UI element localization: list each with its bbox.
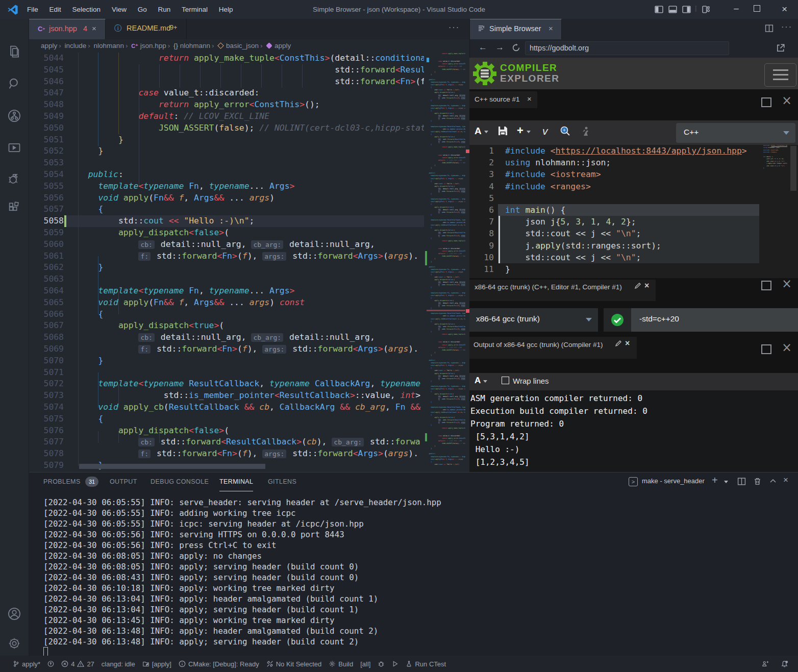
notifications-bell-icon[interactable] — [781, 660, 788, 668]
tab-gitlens[interactable]: GITLENS — [268, 472, 296, 491]
new-terminal-icon[interactable]: + — [712, 475, 718, 486]
close-icon[interactable]: × — [527, 94, 532, 103]
build-button[interactable]: Build — [325, 656, 357, 672]
tab-json-hpp[interactable]: C⁺ json.hpp 4 × — [29, 19, 106, 39]
close-icon[interactable]: × — [644, 281, 649, 290]
layout-panel-icon[interactable] — [668, 5, 677, 14]
forward-icon[interactable]: → — [495, 42, 504, 53]
tab-problems[interactable]: PROBLEMS — [43, 472, 81, 491]
ce-compiler-tab[interactable]: x86-64 gcc (trunk) (C++, Editor #1, Comp… — [469, 280, 656, 301]
terminal-process-label[interactable]: make - serve_header — [642, 477, 705, 485]
tab-readme-md[interactable]: ⓘ README.md 9+ — [106, 19, 187, 39]
code-editor[interactable]: 5044504550465047504850495050505150525053… — [29, 53, 469, 472]
tab-simple-browser[interactable]: Simple Browser × — [470, 19, 562, 39]
search-icon[interactable] — [7, 77, 21, 91]
git-branch-item[interactable]: apply* — [9, 656, 44, 672]
launch-icon[interactable] — [388, 656, 402, 672]
close-panel-icon[interactable]: × — [783, 475, 788, 485]
explorer-icon[interactable] — [7, 44, 21, 59]
breadcrumb-item[interactable]: nlohmann — [94, 42, 124, 49]
edit-icon[interactable] — [634, 282, 641, 289]
edit-icon[interactable] — [615, 340, 622, 347]
split-editor-icon[interactable] — [765, 24, 774, 33]
customize-layout-icon[interactable] — [702, 5, 710, 14]
ce-scrollbar[interactable] — [790, 146, 796, 191]
font-size-icon[interactable]: A — [475, 376, 481, 386]
ctest-button[interactable]: Run CTest — [402, 656, 450, 672]
ce-close-icon[interactable]: × — [782, 342, 792, 354]
more-actions-icon[interactable]: ··· — [781, 22, 792, 32]
breadcrumb-item[interactable]: nlohmann — [180, 42, 210, 49]
compiler-select[interactable]: x86-64 gcc (trunk) — [469, 308, 598, 332]
breadcrumb-item[interactable]: json.hpp — [140, 42, 166, 49]
minimize-button[interactable]: – — [725, 0, 748, 17]
layout-sidebar-right-icon[interactable] — [682, 5, 691, 14]
add-pane-icon[interactable]: + — [517, 124, 523, 137]
code-content[interactable]: return apply_make_tuple<ConstThis>(detai… — [78, 53, 424, 471]
search-compile-icon[interactable] — [559, 125, 571, 137]
sync-item[interactable] — [44, 656, 58, 672]
ce-maximize-icon[interactable] — [761, 97, 771, 109]
close-window-button[interactable]: × — [782, 0, 798, 18]
maximize-panel-icon[interactable] — [769, 477, 777, 485]
url-input[interactable]: https://godbolt.org — [525, 41, 729, 55]
ce-code-content[interactable]: #include <https://localhost:8443/apply/j… — [505, 145, 759, 275]
problems-item[interactable]: 4 27 — [58, 656, 98, 672]
breadcrumb-item[interactable]: basic_json — [226, 42, 259, 49]
breadcrumb-item[interactable]: include — [65, 42, 87, 49]
close-icon[interactable]: × — [625, 339, 630, 348]
tab-problem-badge: 9+ — [170, 24, 177, 31]
terminal-dropdown-icon[interactable] — [724, 481, 728, 483]
close-icon[interactable]: × — [92, 24, 96, 33]
class-icon — [217, 42, 224, 49]
save-icon[interactable] — [497, 126, 508, 136]
tab-output[interactable]: OUTPUT — [110, 472, 137, 491]
cmake-status-item[interactable]: CMake: [Debug]: Ready — [175, 656, 263, 672]
horizontal-scrollbar[interactable] — [79, 464, 265, 469]
cmake-folder-item[interactable]: [apply] — [139, 656, 175, 672]
ce-minimap[interactable]: #include <https://localhost:8443/apply/j… — [763, 145, 787, 278]
breadcrumb-item[interactable]: apply — [275, 42, 291, 49]
back-icon[interactable]: ← — [479, 42, 487, 53]
account-icon[interactable] — [7, 607, 21, 621]
compiler-explorer-page: COMPILER EXPLORER C++ source #1 × × A + … — [469, 58, 798, 472]
kill-terminal-icon[interactable] — [753, 477, 762, 486]
terminal-output[interactable]: [2022-04-30 06:05:55] INFO: serve_header… — [43, 497, 441, 647]
layout-sidebar-left-icon[interactable] — [655, 5, 663, 14]
ce-output-tab[interactable]: Output of x86-64 gcc (trunk) (Compiler #… — [469, 337, 637, 359]
tab-terminal[interactable]: TERMINAL — [219, 472, 253, 491]
close-icon[interactable]: × — [548, 24, 553, 33]
tab-debug-console[interactable]: DEBUG CONSOLE — [151, 472, 209, 491]
ce-close-icon[interactable]: × — [782, 95, 792, 107]
breadcrumb: apply› include› nlohmann› C⁺ json.hpp› {… — [29, 39, 469, 53]
font-size-icon[interactable]: A — [475, 126, 482, 137]
ce-maximize-icon[interactable] — [761, 281, 771, 292]
run-debug-icon[interactable] — [7, 141, 21, 155]
extensions-icon[interactable] — [7, 201, 21, 215]
build-target[interactable]: [all] — [357, 656, 374, 672]
ce-source-tab[interactable]: C++ source #1 × — [469, 91, 537, 108]
wrap-lines-checkbox[interactable] — [502, 377, 509, 384]
clangd-status[interactable]: clangd: idle — [98, 656, 139, 672]
compiler-options-input[interactable]: -std=c++20 — [631, 308, 798, 332]
testing-icon[interactable] — [7, 171, 21, 186]
ce-source-editor[interactable]: 1234567891011 #include <https://localhos… — [469, 145, 798, 278]
settings-gear-icon[interactable] — [7, 636, 21, 651]
ce-close-icon[interactable]: × — [782, 279, 792, 290]
breadcrumb-item[interactable]: apply — [29, 42, 57, 49]
source-control-icon[interactable] — [7, 109, 21, 123]
editor-actions-more-icon[interactable]: ··· — [448, 23, 460, 32]
ce-maximize-icon[interactable] — [761, 344, 771, 356]
open-external-icon[interactable] — [776, 43, 785, 53]
feedback-icon[interactable] — [761, 660, 769, 667]
vim-mode-icon[interactable]: v — [542, 125, 548, 137]
minimap[interactable]: return apply_make_tuple<ConstThis>(detai… — [427, 53, 465, 466]
split-terminal-icon[interactable] — [737, 477, 746, 486]
cppinsights-icon[interactable] — [581, 126, 591, 137]
hamburger-menu-icon[interactable] — [764, 63, 796, 87]
language-dropdown[interactable]: C++ — [676, 123, 795, 143]
kit-item[interactable]: No Kit Selected — [263, 656, 326, 672]
maximize-button[interactable] — [754, 5, 760, 12]
reload-icon[interactable] — [512, 43, 520, 52]
debug-icon[interactable] — [374, 656, 388, 672]
